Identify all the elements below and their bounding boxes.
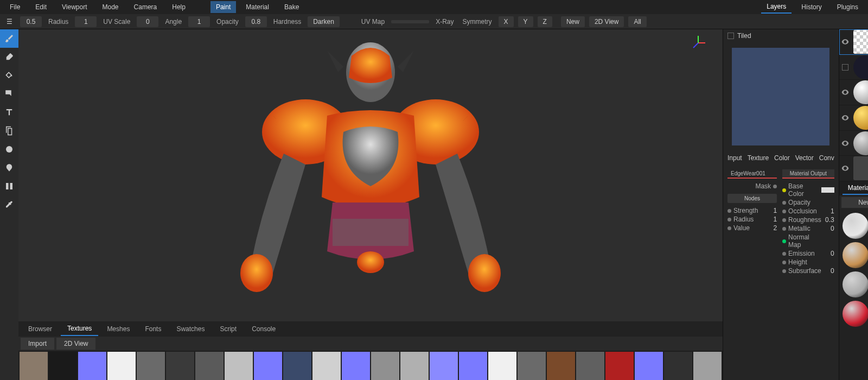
texture-thumb[interactable] <box>371 352 399 380</box>
blend-dropdown[interactable]: Darken <box>308 16 340 27</box>
brush-tool[interactable] <box>0 29 18 48</box>
socket-icon[interactable] <box>727 226 731 230</box>
material-ball[interactable] <box>843 271 868 297</box>
param-value[interactable]: 2 <box>766 224 777 232</box>
param-value[interactable]: 0 <box>824 250 834 257</box>
mode-bake[interactable]: Bake <box>279 1 304 13</box>
eraser-tool[interactable] <box>0 48 18 66</box>
texture-thumb[interactable] <box>576 352 604 380</box>
socket-icon[interactable] <box>782 227 786 231</box>
socket-icon[interactable] <box>727 209 731 213</box>
texture-thumb[interactable] <box>459 352 487 380</box>
texture-thumb[interactable] <box>283 352 311 380</box>
socket-icon[interactable] <box>727 218 731 221</box>
tab-history[interactable]: History <box>796 1 827 13</box>
texture-thumb[interactable] <box>195 352 224 380</box>
socket-icon[interactable] <box>782 269 786 273</box>
socket-icon[interactable] <box>782 218 786 222</box>
socket-icon[interactable] <box>782 188 786 192</box>
uvmap-dropdown[interactable] <box>391 20 429 23</box>
axis-gizmo[interactable] <box>690 35 706 51</box>
angle-input[interactable]: 1 <box>188 16 210 27</box>
material-output-node[interactable]: Material Output Base ColorOpacityOcclusi… <box>782 169 834 376</box>
texture-preview[interactable] <box>732 48 829 145</box>
texture-thumb[interactable] <box>635 352 663 380</box>
blur-tool[interactable] <box>0 140 18 159</box>
particle-tool[interactable] <box>0 177 18 195</box>
text-tool[interactable] <box>0 103 18 122</box>
radius-input[interactable]: 1 <box>75 16 97 27</box>
nodetab-color[interactable]: Color <box>774 154 790 162</box>
layer-base[interactable]: BaseMixShared <box>839 156 868 181</box>
opacity-input[interactable]: 0.8 <box>245 16 267 27</box>
nodetab-conv[interactable]: Conv <box>819 154 834 162</box>
texture-thumb[interactable] <box>488 352 516 380</box>
visibility-toggle[interactable] <box>839 29 851 54</box>
menu-file[interactable]: File <box>4 1 25 13</box>
edgewear-node[interactable]: EdgeWear001 Mask Nodes Strength1Radius1V… <box>727 169 777 376</box>
nodetab-texture[interactable]: Texture <box>748 154 769 162</box>
nodetab-vector[interactable]: Vector <box>795 154 814 162</box>
tiled-checkbox[interactable] <box>727 33 734 39</box>
visibility-toggle[interactable] <box>839 156 851 181</box>
2dview-button[interactable]: 2D View <box>56 338 95 350</box>
texture-thumb[interactable] <box>225 352 253 380</box>
socket-icon[interactable] <box>782 201 786 205</box>
layer-layer-2[interactable]: Layer 2MixArmor <box>839 131 868 156</box>
texture-thumb[interactable] <box>400 352 429 380</box>
tab-swatches[interactable]: Swatches <box>170 322 211 335</box>
texture-thumb[interactable] <box>49 352 77 380</box>
menu-edit[interactable]: Edit <box>30 1 52 13</box>
sym-x[interactable]: X <box>499 16 514 27</box>
menu-viewport[interactable]: Viewport <box>56 1 92 13</box>
param-value[interactable]: 1 <box>766 216 777 223</box>
texture-thumb[interactable] <box>78 352 106 380</box>
texture-thumb[interactable] <box>107 352 136 380</box>
layer-2dview-button[interactable]: 2D View <box>589 16 624 27</box>
visibility-toggle[interactable] <box>839 131 851 156</box>
texture-thumb[interactable] <box>547 352 575 380</box>
layer-layer-4[interactable]: Layer 4MixDecor <box>839 80 868 105</box>
visibility-toggle[interactable] <box>839 105 851 130</box>
texture-thumb[interactable] <box>342 352 370 380</box>
param-value[interactable]: 1 <box>766 207 777 214</box>
socket-icon[interactable] <box>782 239 786 243</box>
socket-icon[interactable] <box>782 261 786 264</box>
layer-new-button[interactable]: New <box>561 16 585 27</box>
texture-thumb[interactable] <box>254 352 282 380</box>
param-value[interactable]: 0 <box>824 225 834 232</box>
tab-fonts[interactable]: Fonts <box>138 322 168 335</box>
material-ball[interactable] <box>843 301 868 327</box>
mode-material[interactable]: Material <box>240 1 275 13</box>
material-ball[interactable] <box>843 242 868 268</box>
menu-mode[interactable]: Mode <box>97 1 124 13</box>
param-value[interactable]: 0 <box>824 267 834 275</box>
socket-icon[interactable] <box>782 210 786 213</box>
color-swatch[interactable] <box>821 187 834 193</box>
tab-layers[interactable]: Layers <box>761 1 792 14</box>
mode-paint[interactable]: Paint <box>210 1 236 13</box>
viewport-3d[interactable] <box>18 29 723 321</box>
visibility-toggle[interactable] <box>839 55 851 80</box>
tab-browser[interactable]: Browser <box>22 322 59 335</box>
mat-new-button[interactable]: New <box>841 197 868 208</box>
param-value[interactable]: 1 <box>824 207 834 215</box>
smudge-tool[interactable] <box>0 159 18 177</box>
sym-z[interactable]: Z <box>538 16 552 27</box>
nodes-button[interactable]: Nodes <box>727 194 777 203</box>
tab-script[interactable]: Script <box>213 322 243 335</box>
layer-all-button[interactable]: All <box>628 16 646 27</box>
tab-meshes[interactable]: Meshes <box>100 322 136 335</box>
layer-decal[interactable]: DecalDarkenShared <box>839 29 868 55</box>
decal-tool[interactable] <box>0 85 18 103</box>
menu-help[interactable]: Help <box>167 1 191 13</box>
nodetab-input[interactable]: Input <box>727 154 742 162</box>
texture-thumb[interactable] <box>518 352 546 380</box>
tab-textures[interactable]: Textures <box>61 322 98 336</box>
xray-toggle[interactable]: X-Ray <box>433 18 456 26</box>
picker-tool[interactable] <box>0 195 18 214</box>
texture-thumb[interactable] <box>430 352 458 380</box>
texture-thumb[interactable] <box>166 352 194 380</box>
texture-thumb[interactable] <box>693 352 722 380</box>
layer-layer-3[interactable]: Layer 3MixPlate <box>839 105 868 131</box>
